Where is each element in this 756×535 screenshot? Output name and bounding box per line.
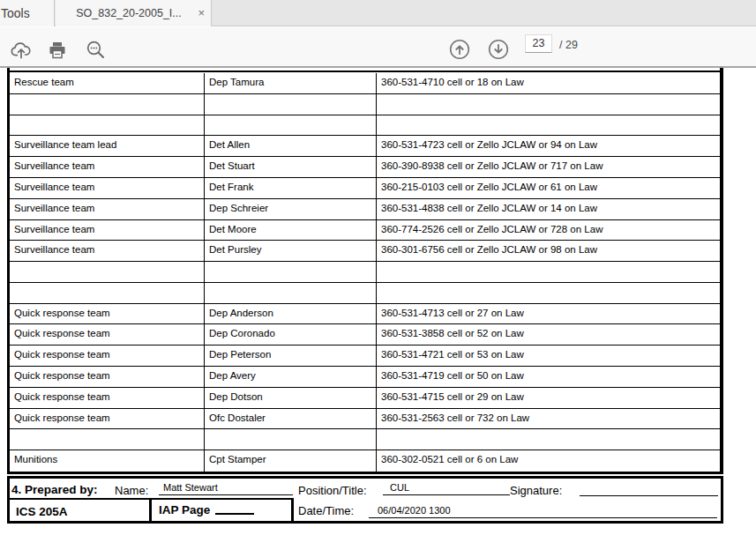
iap-page-label: IAP Page <box>159 503 210 516</box>
search-zoom-button[interactable] <box>85 39 107 63</box>
table-cell-assignment <box>10 94 205 115</box>
table-cell-name <box>205 115 377 137</box>
table-cell-assignment: Surveillance team <box>10 157 205 178</box>
table-cell-assignment <box>10 115 205 137</box>
table-cell-name: Det Pursley <box>205 241 377 262</box>
table-cell-name: Dep Schreier <box>205 199 377 220</box>
name-label: Name: <box>115 484 148 497</box>
table-cell-name: Dep Anderson <box>205 304 377 325</box>
form-footer: 4. Prepared by: Name: Matt Stewart Posit… <box>7 476 723 524</box>
signature-field[interactable] <box>580 479 718 496</box>
table-cell-name: Cpt Stamper <box>205 450 377 472</box>
iap-page-field[interactable] <box>215 503 254 515</box>
table-cell-contact: 360-531-4719 cell or 50 on Law <box>377 367 720 388</box>
table-cell-contact: 360-531-4723 cell or Zello JCLAW or 94 o… <box>377 136 720 157</box>
table-cell-name: Dep Coronado <box>205 324 377 346</box>
table-cell-name <box>205 429 377 450</box>
table-cell-assignment: Munitions <box>10 450 205 472</box>
toolbar: 23 / 29 <box>0 27 756 68</box>
table-cell-contact: 360-774-2526 cell or Zello JCLAW or 728 … <box>377 220 720 241</box>
position-title-label: Position/Title: <box>298 484 367 497</box>
table-cell-contact: 360-531-4713 cell or 27 on Law <box>377 304 720 325</box>
table-cell-assignment: Surveillance team <box>10 241 205 262</box>
table-cell-contact <box>377 262 720 283</box>
table-cell-name: Dep Dotson <box>205 388 377 409</box>
table-cell-name: Det Moore <box>205 220 377 241</box>
page-total-label: / 29 <box>559 39 578 51</box>
cloud-upload-icon <box>10 51 33 64</box>
name-value: Matt Stewart <box>163 482 218 493</box>
previous-page-button[interactable] <box>449 39 470 63</box>
table-cell-contact: 360-302-0521 cell or 6 on Law <box>377 450 720 472</box>
table-cell-contact: 360-531-4838 cell or Zello JCLAW or 14 o… <box>377 199 720 220</box>
table-cell-name <box>205 94 377 115</box>
table-cell-assignment: Surveillance team <box>10 220 205 241</box>
tab-tools[interactable]: Tools <box>0 0 55 26</box>
table-cell-name: Det Stuart <box>205 157 377 178</box>
arrow-up-circle-icon <box>449 49 470 63</box>
table-cell-assignment: Surveillance team lead <box>10 136 205 157</box>
table-cell-assignment <box>10 262 205 283</box>
table-cell-contact: 360-301-6756 cell or Zello JCLAW or 98 o… <box>377 241 720 262</box>
table-cell-assignment <box>10 429 205 450</box>
table-cell-name <box>205 283 377 304</box>
table-cell-name: Dep Avery <box>205 367 377 388</box>
prepared-by-label: 4. Prepared by: <box>11 483 98 496</box>
tab-tools-label: Tools <box>1 6 30 20</box>
share-upload-button[interactable] <box>10 39 33 64</box>
table-cell-name: Ofc Dostaler <box>205 409 377 430</box>
close-icon[interactable]: × <box>198 7 205 19</box>
print-button[interactable] <box>47 40 68 63</box>
table-cell-contact: 360-215-0103 cell or Zello JCLAW or 61 o… <box>377 178 720 199</box>
table-cell-name: Dep Peterson <box>205 346 377 367</box>
printer-icon <box>47 50 68 63</box>
position-title-field[interactable]: CUL <box>383 479 510 495</box>
tab-document[interactable]: SO_832_20-2005_I... × <box>56 0 212 26</box>
table-cell-contact: 360-531-4715 cell or 29 on Law <box>377 388 720 409</box>
table-cell-name: Dep Tamura <box>205 73 377 94</box>
table-cell-contact <box>377 115 720 137</box>
datetime-field[interactable]: 06/04/2020 1300 <box>369 501 717 518</box>
table-cell-assignment: Quick response team <box>10 324 205 346</box>
table-cell-contact: 360-531-4710 cell or 18 on Law <box>377 73 720 94</box>
table-cell-name: Det Frank <box>205 178 377 199</box>
datetime-label: Date/Time: <box>298 504 354 517</box>
table-cell-assignment: Surveillance team <box>10 199 205 220</box>
table-cell-assignment: Rescue team <box>10 73 205 94</box>
table-cell-assignment: Quick response team <box>10 346 205 367</box>
table-cell-contact: 360-531-4721 cell or 53 on Law <box>377 346 720 367</box>
table-cell-name <box>205 262 377 283</box>
table-cell-contact: 360-531-3858 cell or 52 on Law <box>377 324 720 346</box>
table-cell-contact: 360-390-8938 cell or Zello JCLAW or 717 … <box>377 157 720 178</box>
position-title-value: CUL <box>390 482 409 493</box>
table-cell-contact: 360-531-2563 cell or 732 on Law <box>377 409 720 430</box>
table-cell-contact <box>377 94 720 115</box>
table-cell-contact <box>377 429 720 450</box>
arrow-down-circle-icon <box>488 49 509 63</box>
page-number-input[interactable]: 23 <box>525 34 552 53</box>
iap-page-cell: IAP Page <box>152 498 294 521</box>
table-cell-assignment: Surveillance team <box>10 178 205 199</box>
table-cell-assignment: Quick response team <box>10 388 205 409</box>
table-cell-assignment <box>10 283 205 304</box>
table-cell-contact <box>377 283 720 304</box>
signature-label: Signature: <box>510 484 562 497</box>
magnifier-ellipsis-icon <box>85 50 107 63</box>
name-field[interactable]: Matt Stewart <box>159 479 293 495</box>
tab-strip: Tools SO_832_20-2005_I... × <box>0 0 756 26</box>
form-id-label: ICS 205A <box>16 505 68 518</box>
table-cell-name: Det Allen <box>205 136 377 157</box>
table-cell-assignment: Quick response team <box>10 304 205 325</box>
tab-document-label: SO_832_20-2005_I... <box>76 7 182 19</box>
table-cell-assignment: Quick response team <box>10 409 205 430</box>
table-cell-assignment: Quick response team <box>10 367 205 388</box>
datetime-value: 06/04/2020 1300 <box>378 505 451 516</box>
contact-table: Rescue team Dep Tamura 360-531-4710 cell… <box>7 68 723 474</box>
next-page-button[interactable] <box>488 39 509 63</box>
form-id-cell: ICS 205A <box>10 498 152 521</box>
